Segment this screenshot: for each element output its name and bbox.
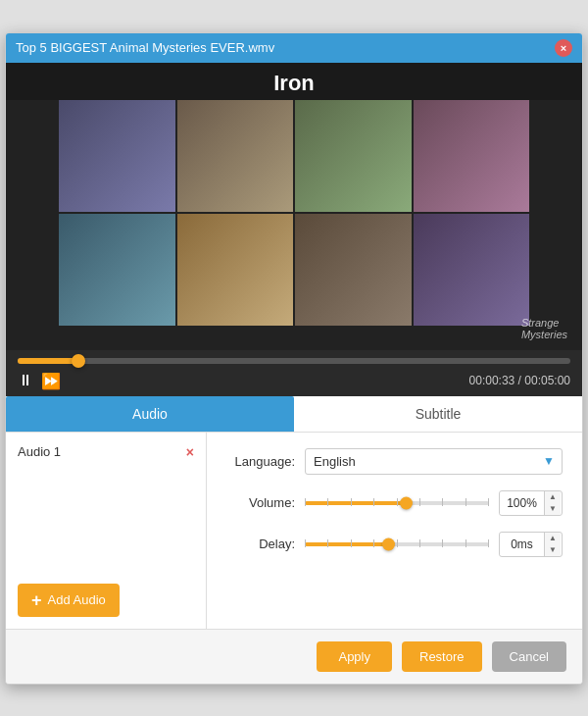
delay-ticks [305,539,489,547]
video-cell-1 [59,100,175,212]
volume-slider-wrap [305,493,489,513]
delay-up-button[interactable]: ▲ [545,533,561,544]
progress-fill [18,358,78,364]
progress-thumb[interactable] [72,354,85,368]
video-watermark: StrangeMysteries [521,317,567,340]
video-grid [59,100,529,326]
video-section: Iron StrangeMysteries [6,63,582,396]
cancel-button[interactable]: Cancel [492,641,566,672]
controls-bar: ⏸ ⏩ 00:00:33 / 00:05:00 [6,350,582,396]
audio-settings: Language: English French Spanish German … [207,433,582,629]
video-cell-4 [414,100,530,212]
total-time: 00:05:00 [524,374,570,387]
volume-input[interactable] [500,492,544,514]
tab-subtitle[interactable]: Subtitle [294,396,582,432]
audio-list: Audio 1 × + Add Audio [6,433,207,629]
progress-bar[interactable] [18,358,570,364]
video-cell-2 [177,100,294,212]
volume-ticks [305,498,489,506]
effect-title: Iron [6,63,582,100]
apply-button[interactable]: Apply [317,641,392,672]
delay-input[interactable] [500,534,544,555]
language-select[interactable]: English French Spanish German Italian Ja… [305,448,563,475]
app-window: Top 5 BIGGEST Animal Mysteries EVER.wmv … [5,32,583,685]
playback-row: ⏸ ⏩ 00:00:33 / 00:05:00 [18,372,570,390]
video-cell-7 [295,214,412,326]
video-cell-3 [295,100,412,212]
delay-row: Delay: [226,532,563,557]
language-select-wrap: English French Spanish German Italian Ja… [305,448,563,475]
pause-icon: ⏸ [18,372,33,389]
audio-track-item: Audio 1 × [18,444,194,460]
video-canvas: StrangeMysteries [6,100,582,350]
add-audio-label: Add Audio [48,592,106,607]
volume-slider-track[interactable] [305,501,489,505]
plus-icon: + [31,591,42,609]
current-time: 00:00:33 [469,374,515,387]
delay-spinners: ▲ ▼ [544,533,561,556]
delay-down-button[interactable]: ▼ [545,544,561,556]
skip-icon: ⏩ [41,372,61,390]
title-bar: Top 5 BIGGEST Animal Mysteries EVER.wmv … [6,33,582,63]
audio-track-name: Audio 1 [18,444,61,459]
volume-row: Volume: [226,490,563,516]
video-cell-5 [59,214,175,326]
volume-label: Volume: [226,495,295,510]
language-label: Language: [226,454,295,469]
playback-buttons: ⏸ ⏩ [18,372,61,390]
video-cell-8 [414,214,530,326]
delay-slider-wrap [305,535,489,554]
audio-remove-button[interactable]: × [186,444,194,460]
volume-spinners: ▲ ▼ [544,491,561,515]
delay-label: Delay: [226,537,295,551]
volume-up-button[interactable]: ▲ [545,491,561,503]
pause-button[interactable]: ⏸ [18,372,33,389]
add-audio-button[interactable]: + Add Audio [18,584,120,617]
close-button[interactable]: × [555,39,572,57]
footer-buttons: Apply Restore Cancel [6,629,582,684]
volume-input-wrap: ▲ ▼ [499,490,563,516]
tabs-panel: Audio Subtitle [6,396,582,433]
delay-input-wrap: ▲ ▼ [499,532,563,557]
content-area: Audio 1 × + Add Audio Language: English … [6,433,582,629]
language-row: Language: English French Spanish German … [226,448,563,475]
video-cell-6 [177,214,294,326]
restore-button[interactable]: Restore [402,641,482,672]
skip-forward-button[interactable]: ⏩ [41,372,61,390]
window-title: Top 5 BIGGEST Animal Mysteries EVER.wmv [16,40,274,55]
tab-audio[interactable]: Audio [6,396,294,432]
time-display: 00:00:33 / 00:05:00 [469,374,570,387]
volume-down-button[interactable]: ▼ [545,503,561,515]
delay-slider-track[interactable] [305,542,489,546]
